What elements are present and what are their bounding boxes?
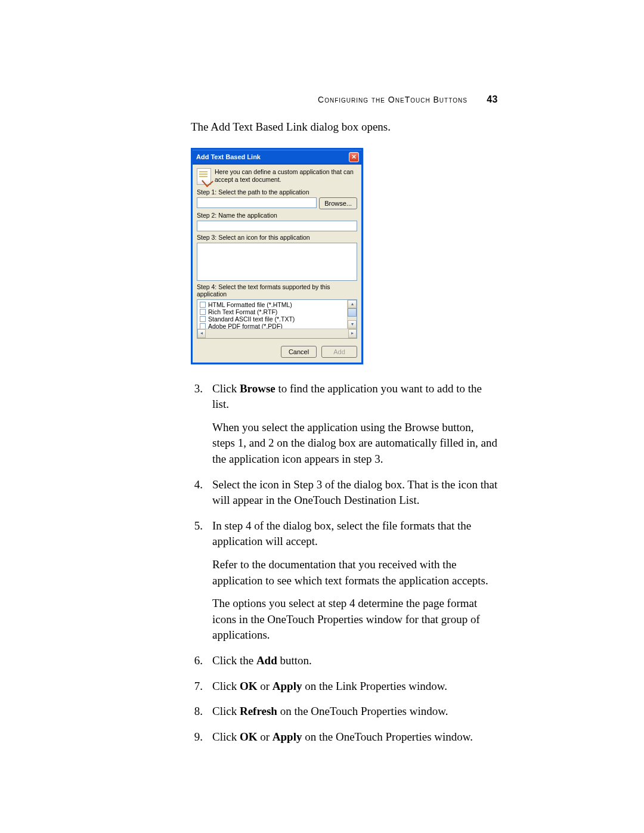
cancel-button[interactable]: Cancel xyxy=(281,346,317,358)
t: or xyxy=(257,680,272,692)
bold-refresh: Refresh xyxy=(240,705,277,717)
scroll-left-icon[interactable]: ◂ xyxy=(197,329,206,338)
t: Click xyxy=(212,705,240,717)
format-label: Rich Text Format (*.RTF) xyxy=(208,308,277,315)
vertical-scrollbar[interactable]: ▴ ▾ xyxy=(347,300,357,329)
document-icon xyxy=(197,168,211,185)
scroll-up-icon[interactable]: ▴ xyxy=(348,300,357,308)
t: In step 4 of the dialog box, select the … xyxy=(212,518,498,550)
t: on the OneTouch Properties window. xyxy=(302,730,473,743)
dialog-actions: Cancel Add xyxy=(197,346,357,358)
running-header: Configuring the OneTouch Buttons 43 xyxy=(318,94,498,105)
dialog-body: Here you can define a custom application… xyxy=(193,165,361,363)
scroll-thumb[interactable] xyxy=(348,308,357,317)
t: or xyxy=(257,730,272,743)
t: The options you select at step 4 determi… xyxy=(212,596,498,643)
t: on the Link Properties window. xyxy=(302,680,447,692)
t: on the OneTouch Properties window. xyxy=(277,705,448,717)
step-text: Click Browse to find the application you… xyxy=(212,381,498,475)
step3-label: Step 3: Select an icon for this applicat… xyxy=(197,234,357,241)
step-5: 5. In step 4 of the dialog box, select t… xyxy=(191,518,498,651)
step-number: 5. xyxy=(191,518,203,651)
bold-browse: Browse xyxy=(240,382,275,395)
step1-label: Step 1: Select the path to the applicati… xyxy=(197,188,357,196)
t: button. xyxy=(277,654,312,667)
step-9: 9. Click OK or Apply on the OneTouch Pro… xyxy=(191,729,498,753)
application-path-input[interactable] xyxy=(197,197,317,208)
browse-button[interactable]: Browse... xyxy=(319,197,357,209)
t: Select the icon in Step 3 of the dialog … xyxy=(212,477,498,509)
step-number: 8. xyxy=(191,704,203,727)
info-row: Here you can define a custom application… xyxy=(197,168,357,185)
section-title: Configuring the OneTouch Buttons xyxy=(318,95,467,104)
step-number: 6. xyxy=(191,653,203,676)
bold-ok: OK xyxy=(240,680,258,692)
step4-label: Step 4: Select the text formats supporte… xyxy=(197,283,357,298)
dialog-title: Add Text Based Link xyxy=(196,153,261,160)
list-item[interactable]: Standard ASCII text file (*.TXT) xyxy=(200,315,345,323)
step-number: 7. xyxy=(191,679,203,702)
t: Click xyxy=(212,680,240,692)
step-number: 3. xyxy=(191,381,203,475)
dialog-titlebar[interactable]: Add Text Based Link × xyxy=(193,150,361,165)
step-text: Click the Add button. xyxy=(212,653,498,676)
scroll-track-h[interactable] xyxy=(206,329,348,338)
step1-row: Browse... xyxy=(197,197,357,209)
intro-text: The Add Text Based Link dialog box opens… xyxy=(191,119,498,135)
step-text: Select the icon in Step 3 of the dialog … xyxy=(212,477,498,516)
checkbox-icon[interactable] xyxy=(200,302,206,308)
bold-apply: Apply xyxy=(273,730,302,743)
close-icon[interactable]: × xyxy=(349,152,359,162)
list-item[interactable]: HTML Formatted file (*.HTML) xyxy=(200,301,345,308)
list-item[interactable]: Adobe PDF format (*.PDF) xyxy=(200,323,345,329)
format-list-items: HTML Formatted file (*.HTML) Rich Text F… xyxy=(197,300,347,329)
format-list: HTML Formatted file (*.HTML) Rich Text F… xyxy=(197,299,357,339)
checkbox-icon[interactable] xyxy=(200,323,206,329)
step-4: 4. Select the icon in Step 3 of the dial… xyxy=(191,477,498,516)
format-label: HTML Formatted file (*.HTML) xyxy=(208,301,292,308)
format-label: Standard ASCII text file (*.TXT) xyxy=(208,315,295,323)
step-7: 7. Click OK or Apply on the Link Propert… xyxy=(191,679,498,702)
step-text: Click OK or Apply on the OneTouch Proper… xyxy=(212,729,498,753)
step-8: 8. Click Refresh on the OneTouch Propert… xyxy=(191,704,498,727)
step-text: Click Refresh on the OneTouch Properties… xyxy=(212,704,498,727)
add-text-based-link-dialog: Add Text Based Link × Here you can defin… xyxy=(191,148,363,364)
add-button[interactable]: Add xyxy=(321,346,357,358)
icon-selection-box[interactable] xyxy=(197,243,357,281)
format-label: Adobe PDF format (*.PDF) xyxy=(208,323,283,329)
step-text: Click OK or Apply on the Link Properties… xyxy=(212,679,498,702)
t: Click the xyxy=(212,654,256,667)
page-number: 43 xyxy=(487,94,498,104)
t: Click xyxy=(212,730,240,743)
step-number: 9. xyxy=(191,729,203,753)
t: When you select the application using th… xyxy=(212,420,498,467)
step-3: 3. Click Browse to find the application … xyxy=(191,381,498,475)
step2-label: Step 2: Name the application xyxy=(197,212,357,219)
t: Click xyxy=(212,382,240,395)
scroll-right-icon[interactable]: ▸ xyxy=(348,329,357,338)
instruction-steps: 3. Click Browse to find the application … xyxy=(191,381,498,753)
list-item[interactable]: Rich Text Format (*.RTF) xyxy=(200,308,345,315)
step-number: 4. xyxy=(191,477,203,516)
bold-add: Add xyxy=(256,654,277,667)
page: Configuring the OneTouch Buttons 43 The … xyxy=(0,0,644,833)
info-text: Here you can define a custom application… xyxy=(215,168,357,185)
checkbox-icon[interactable] xyxy=(200,309,206,315)
application-name-input[interactable] xyxy=(197,221,357,231)
bold-ok: OK xyxy=(240,730,258,743)
scroll-down-icon[interactable]: ▾ xyxy=(348,320,357,329)
horizontal-scrollbar[interactable]: ◂ ▸ xyxy=(197,329,357,338)
checkbox-icon[interactable] xyxy=(200,316,206,322)
step-6: 6. Click the Add button. xyxy=(191,653,498,676)
t: Refer to the documentation that you rece… xyxy=(212,557,498,589)
step-text: In step 4 of the dialog box, select the … xyxy=(212,518,498,651)
bold-apply: Apply xyxy=(273,680,302,692)
